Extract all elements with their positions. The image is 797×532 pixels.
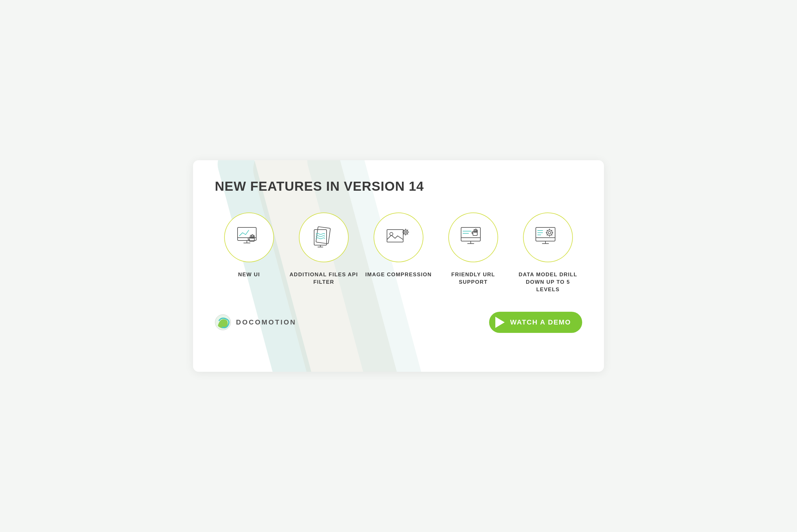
- feature-files-api-icon-circle: [299, 212, 349, 262]
- image-gear-icon: [385, 226, 412, 249]
- play-icon: [495, 317, 505, 328]
- page-title: NEW FEATURES IN VERSION 14: [215, 179, 582, 194]
- feature-files-api-label: ADDITIONAL FILES API FILTER: [290, 271, 358, 286]
- feature-image-compression-icon-circle: [374, 212, 423, 262]
- logo-area: DOCOMOTION: [215, 314, 296, 330]
- svg-line-49: [547, 230, 548, 231]
- svg-line-23: [404, 234, 404, 234]
- svg-line-21: [404, 230, 404, 230]
- watch-demo-label: WATCH A DEMO: [510, 318, 571, 326]
- monitor-gear-settings-icon: [534, 226, 562, 249]
- svg-rect-36: [536, 227, 555, 241]
- svg-line-50: [551, 234, 552, 235]
- files-filter-icon: [310, 226, 338, 249]
- svg-line-22: [407, 234, 408, 234]
- footer: DOCOMOTION WATCH A DEMO: [215, 312, 582, 333]
- watch-demo-button[interactable]: WATCH A DEMO: [489, 312, 582, 333]
- svg-point-16: [405, 231, 407, 233]
- monitor-hand-lines-icon: [459, 226, 487, 249]
- svg-line-51: [547, 234, 548, 235]
- svg-rect-33: [476, 229, 477, 232]
- feature-image-compression-label: IMAGE COMPRESSION: [365, 271, 431, 279]
- feature-new-ui-icon-circle: [224, 212, 274, 262]
- svg-rect-0: [238, 227, 256, 241]
- svg-rect-9: [316, 227, 331, 244]
- monitor-chart-hand-icon: [235, 226, 263, 249]
- feature-friendly-url-icon-circle: [448, 212, 498, 262]
- feature-data-model-label: DATA MODEL DRILL DOWN UP TO 5 LEVELS: [514, 271, 582, 293]
- svg-rect-13: [387, 230, 403, 242]
- svg-rect-35: [472, 232, 473, 234]
- docomotion-logo-icon: [215, 314, 231, 330]
- feature-friendly-url-label: FRIENDLY URL SUPPORT: [439, 271, 507, 286]
- feature-new-ui-label: NEW UI: [238, 271, 260, 279]
- feature-friendly-url: FRIENDLY URL SUPPORT: [439, 212, 507, 286]
- svg-rect-32: [474, 230, 475, 232]
- svg-line-24: [407, 230, 408, 230]
- features-row: NEW UI ADDITIONAL FILES A: [215, 212, 582, 293]
- svg-rect-8: [248, 238, 249, 240]
- feature-data-model-icon-circle: [523, 212, 573, 262]
- svg-point-44: [548, 231, 551, 234]
- feature-data-model: DATA MODEL DRILL DOWN UP TO 5 LEVELS: [514, 212, 582, 293]
- main-card: NEW FEATURES IN VERSION 14: [193, 160, 604, 372]
- logo-text: DOCOMOTION: [236, 318, 296, 326]
- feature-image-compression: IMAGE COMPRESSION: [364, 212, 433, 279]
- feature-files-api: ADDITIONAL FILES API FILTER: [290, 212, 358, 286]
- feature-new-ui: NEW UI: [215, 212, 283, 279]
- svg-line-52: [551, 230, 552, 231]
